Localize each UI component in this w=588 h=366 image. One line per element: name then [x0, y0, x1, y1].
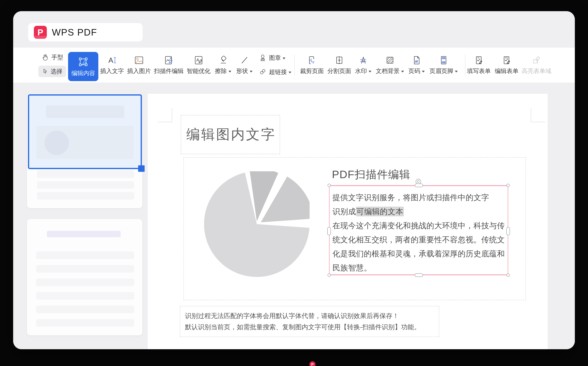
wps-dock-badge: P [309, 361, 316, 366]
shape-text: 形状 [236, 67, 248, 75]
edit-form-button[interactable]: 编辑表单 [495, 48, 518, 83]
insert-image-label: 插入图片 [127, 67, 151, 75]
smart-optimize-icon: A [194, 55, 204, 65]
thumbnail-text-line [36, 305, 134, 313]
stamp-icon [259, 54, 267, 62]
hyperlink-button[interactable]: 超链接 [259, 67, 291, 77]
edit-form-label: 编辑表单 [495, 67, 518, 75]
insert-text-icon: A [107, 55, 117, 65]
scan-edit-label: 扫描件编辑 [154, 67, 184, 75]
scan-heading: PDF扫描件编辑 [332, 167, 411, 182]
hyperlink-label: 超链接 [269, 68, 291, 76]
resize-handle-bottom-center[interactable] [415, 273, 423, 277]
svg-text:A: A [196, 58, 199, 62]
erase-text: 擦除 [215, 67, 227, 75]
page-number-button[interactable]: 页码 [408, 48, 425, 83]
text-line: 统文化相互交织，两者的重要性不容忽视。传统文 [332, 233, 505, 247]
hyperlink-icon [259, 68, 267, 76]
fill-form-button[interactable]: 填写表单 [467, 48, 491, 83]
page-thumbnail-1[interactable] [27, 94, 142, 208]
resize-handle-bottom-left[interactable] [328, 274, 331, 277]
edit-content-label: 编辑内容 [71, 69, 95, 77]
app-title: WPS PDF [52, 27, 97, 38]
thumbnail-text-line [36, 265, 134, 273]
fill-form-label: 填写表单 [467, 67, 491, 75]
shape-button[interactable]: 形状 [236, 48, 253, 83]
doc-background-label: 文档背景 [376, 67, 404, 75]
page-number-icon [412, 55, 422, 65]
page-corner-mark-right [531, 108, 546, 122]
scan-edit-button[interactable]: 扫描件编辑 [154, 48, 184, 83]
crop-page-icon [307, 55, 317, 65]
stamp-button[interactable]: 图章 [259, 53, 291, 63]
recognized-text[interactable]: 提供文字识别服务，将图片或扫描件中的文字 识别成可编辑的文本 在现今这个充满变化… [330, 186, 508, 275]
resize-handle-bottom-right[interactable] [507, 274, 510, 277]
chevron-down-icon [401, 71, 404, 72]
chevron-down-icon [250, 71, 253, 72]
smart-optimize-label: 智能优化 [187, 67, 211, 75]
hand-tool-button[interactable]: 手型 [38, 52, 66, 63]
insert-image-button[interactable]: 插入图片 [127, 48, 151, 83]
chevron-down-icon [369, 71, 372, 72]
resize-handle-left-middle[interactable] [327, 227, 331, 235]
cursor-icon [41, 68, 48, 75]
resize-handle-right-middle[interactable] [507, 227, 510, 235]
selection-resize-handle[interactable] [138, 165, 145, 172]
stamp-link-group: 图章 超链接 [259, 53, 291, 77]
resize-handle-top-right[interactable] [507, 184, 510, 187]
stamp-label: 图章 [269, 54, 286, 62]
insert-text-button[interactable]: A 插入文字 [100, 48, 124, 83]
thumbnail-title-placeholder [47, 231, 121, 237]
recognition-note-box: 识别过程无法匹配的字体将会用默认字体代替，请确认识别效果后再保存！ 默认识别当前… [180, 306, 439, 337]
shape-label: 形状 [236, 67, 253, 75]
toolbar-divider [465, 55, 465, 76]
doc-background-button[interactable]: 文档背景 [376, 48, 404, 83]
thumbnail-text-line [37, 170, 134, 178]
erase-label: 擦除 [215, 67, 231, 75]
highlight-form-button-disabled: 高亮表单域 [522, 48, 551, 83]
page-corner-mark-left [158, 108, 172, 122]
smart-optimize-button[interactable]: A 智能优化 [187, 48, 211, 83]
document-canvas[interactable]: 编辑图内文字 PDF扫描件编辑 提供文字识别服务，将图片或 [148, 94, 548, 349]
scan-edit-icon [164, 55, 174, 65]
header-footer-button[interactable]: 页眉页脚 [430, 48, 458, 83]
highlighted-text: 可编辑的文本 [356, 207, 404, 216]
pie-chart-graphic[interactable] [204, 171, 309, 277]
select-tool-button[interactable]: 选择 [38, 66, 66, 77]
erase-button[interactable]: 擦除 [215, 48, 231, 83]
watermark-button[interactable]: 水印 [355, 48, 372, 83]
page-title: 编辑图内文字 [181, 125, 276, 144]
text-line-prefix: 识别成 [332, 207, 356, 216]
split-page-button[interactable]: 分割页面 [327, 48, 351, 83]
thumbnail-selection-region[interactable] [28, 94, 142, 169]
resize-handle-top-left[interactable] [328, 184, 331, 187]
edit-content-button[interactable]: 编辑内容 [68, 52, 98, 81]
header-footer-text: 页眉页脚 [430, 67, 453, 75]
header-footer-label: 页眉页脚 [430, 67, 458, 75]
highlight-form-label: 高亮表单域 [522, 67, 551, 75]
toolbar-divider [294, 55, 295, 76]
insert-text-label: 插入文字 [100, 67, 124, 75]
wps-pdf-logo-icon: P [34, 26, 47, 39]
text-line: 识别成可编辑的文本 [332, 205, 505, 219]
thumbnail-text-line [36, 252, 134, 259]
watermark-label: 水印 [355, 67, 372, 75]
page-thumbnail-2[interactable] [27, 219, 142, 335]
text-line: 提供文字识别服务，将图片或扫描件中的文字 [332, 191, 505, 205]
chevron-down-icon [288, 72, 291, 73]
insert-image-icon [134, 55, 144, 65]
chevron-down-icon [283, 58, 286, 59]
image-text-block-title[interactable]: 编辑图内文字 [181, 115, 280, 154]
selected-text-box[interactable]: 提供文字识别服务，将图片或扫描件中的文字 识别成可编辑的文本 在现今这个充满变化… [329, 185, 508, 275]
thumbnail-text-line [37, 192, 134, 200]
doc-background-text: 文档背景 [376, 67, 400, 75]
pointer-tools-group: 手型 选择 [38, 52, 66, 77]
edit-content-icon [77, 56, 89, 68]
resize-handle-top-center[interactable] [415, 183, 423, 187]
text-line: 民族智慧。 [332, 261, 505, 275]
eraser-icon [218, 55, 228, 65]
thumbnail-circle-placeholder [44, 130, 69, 155]
crop-page-button[interactable]: 裁剪页面 [300, 48, 324, 83]
stamp-text: 图章 [269, 54, 281, 62]
page-number-label: 页码 [408, 67, 425, 75]
